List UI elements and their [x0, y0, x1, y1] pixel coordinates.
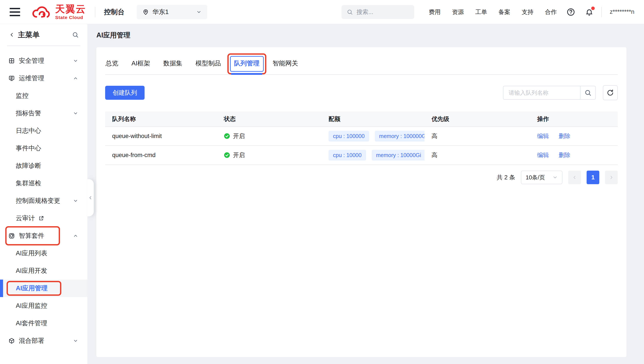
sidebar-item-label: 控制面规格变更 [16, 196, 60, 205]
refresh-icon [606, 89, 614, 96]
action-link-编辑[interactable]: 编辑 [537, 151, 549, 159]
tab-label: 总览 [106, 60, 118, 67]
sidebar-item-智算套件[interactable]: 智算套件 [0, 227, 87, 244]
sidebar-item-故障诊断[interactable]: 故障诊断 [0, 157, 87, 174]
security-icon [8, 46, 15, 46]
tab-总览[interactable]: 总览 [106, 59, 118, 68]
sidebar-item-label: 集群巡检 [16, 179, 41, 188]
tab-label: 数据集 [163, 60, 182, 67]
refresh-button[interactable] [603, 85, 618, 100]
sidebar-item-AI应用监控[interactable]: AI应用监控 [0, 297, 87, 314]
status-text: 开启 [233, 132, 245, 140]
top-nav-item-合作[interactable]: 合作 [545, 8, 557, 16]
brand-name: 天翼云 [55, 4, 86, 14]
sidebar-item-事件中心[interactable]: 事件中心 [0, 140, 87, 157]
search-icon [584, 89, 591, 96]
cloud-logo-icon [31, 5, 52, 19]
top-bar: 天翼云 State Cloud 控制台 华东1 搜索... 费用资源工单备案支持… [0, 0, 644, 24]
main-content: AI应用管理 总览AI框架数据集模型制品队列管理智能网关 创建队列 队列名称状态… [88, 24, 644, 364]
notification-bell-icon[interactable] [585, 8, 593, 16]
chevron-down-icon [73, 58, 78, 64]
status-success-icon [224, 133, 230, 139]
status-badge: 开启 [224, 132, 245, 140]
tab-队列管理[interactable]: 队列管理 [234, 59, 259, 68]
prev-page-button[interactable] [568, 170, 581, 184]
tab-AI框架[interactable]: AI框架 [131, 59, 150, 68]
action-link-删除[interactable]: 删除 [559, 132, 570, 140]
account-name[interactable]: z********n [610, 8, 634, 15]
global-search-input[interactable]: 搜索... [341, 5, 414, 19]
location-pin-icon [142, 9, 149, 15]
top-nav-item-资源[interactable]: 资源 [452, 8, 464, 16]
sidebar-item-云审计[interactable]: 云审计 [0, 210, 87, 227]
sidebar-item-label: 安全管理 [19, 56, 44, 65]
top-nav-item-备案[interactable]: 备案 [498, 8, 510, 16]
action-link-删除[interactable]: 删除 [559, 151, 570, 159]
sidebar-item-日志中心[interactable]: 日志中心 [0, 122, 87, 140]
priority-value: 高 [424, 132, 530, 140]
sidebar-collapse-handle[interactable] [87, 179, 94, 216]
tab-模型制品[interactable]: 模型制品 [195, 59, 221, 68]
chevron-up-icon [73, 76, 78, 81]
sidebar-item-AI应用开发[interactable]: AI应用开发 [0, 262, 87, 280]
top-nav-item-费用[interactable]: 费用 [429, 8, 441, 16]
action-link-编辑[interactable]: 编辑 [537, 132, 549, 140]
column-header-队列名称: 队列名称 [105, 115, 217, 123]
sidebar-search-icon[interactable] [72, 32, 79, 38]
security-icon [8, 58, 15, 64]
sidebar-item-AI应用管理[interactable]: AI应用管理 [0, 280, 87, 297]
tab-数据集[interactable]: 数据集 [163, 59, 182, 68]
status-text: 开启 [233, 151, 245, 159]
global-search-placeholder: 搜索... [356, 8, 373, 16]
queue-search-button[interactable] [580, 86, 595, 99]
notification-badge [591, 6, 595, 10]
queue-search-input[interactable] [503, 86, 580, 99]
chevron-down-icon [73, 338, 78, 344]
divider [601, 7, 602, 17]
sidebar-item-运维管理[interactable]: 运维管理 [0, 70, 87, 87]
total-count-label: 共 2 条 [497, 174, 515, 181]
table-header-row: 队列名称状态配额优先级操作 [105, 112, 618, 126]
sidebar-item-AI应用列表[interactable]: AI应用列表 [0, 244, 87, 262]
sidebar-item-label: 混合部署 [19, 336, 44, 345]
sidebar-item-安全管理[interactable]: 安全管理 [0, 52, 87, 70]
chevron-down-icon [73, 198, 78, 204]
sidebar-item-label: 智算套件 [19, 232, 44, 240]
next-page-button[interactable] [605, 170, 618, 184]
sidebar-item-label: 运维管理 [19, 74, 44, 83]
sidebar-item-混合部署[interactable]: 混合部署 [0, 332, 87, 350]
sidebar-title[interactable]: 主菜单 [18, 30, 40, 40]
sidebar-item-AI套件管理[interactable]: AI套件管理 [0, 314, 87, 332]
region-selector[interactable]: 华东1 [137, 5, 207, 19]
sidebar-item-label: 云审计 [16, 214, 35, 223]
sidebar-item-监控[interactable]: 监控 [0, 87, 87, 104]
page-size-select[interactable]: 10条/页 [521, 170, 562, 184]
column-header-配额: 配额 [322, 115, 424, 123]
sidebar-item-集群巡检[interactable]: 集群巡检 [0, 174, 87, 192]
sidebar-item-label: AI套件管理 [16, 319, 47, 328]
column-header-状态: 状态 [217, 115, 322, 123]
page-1-button[interactable]: 1 [587, 170, 599, 184]
sidebar-clipped-item[interactable]: 插件 [0, 46, 87, 52]
external-link-icon [38, 216, 44, 221]
tab-label: 智能网关 [273, 60, 298, 67]
sidebar-item-指标告警[interactable]: 指标告警 [0, 104, 87, 122]
sidebar-item-label: AI应用列表 [16, 249, 47, 258]
sidebar-item-控制面规格变更[interactable]: 控制面规格变更 [0, 192, 87, 210]
back-chevron-icon[interactable] [9, 32, 15, 38]
create-queue-button[interactable]: 创建队列 [105, 86, 145, 100]
brand-logo[interactable]: 天翼云 State Cloud [31, 4, 86, 20]
sidebar-item-插件[interactable]: 插件 [0, 46, 87, 52]
tab-智能网关[interactable]: 智能网关 [273, 59, 298, 68]
status-success-icon [224, 152, 230, 158]
menu-hamburger-icon[interactable] [10, 8, 20, 16]
pagination: 共 2 条 10条/页 1 [105, 170, 618, 184]
chevron-left-icon [572, 175, 577, 180]
tab-label: 队列管理 [234, 60, 259, 67]
help-icon[interactable] [567, 8, 575, 16]
top-nav-item-工单[interactable]: 工单 [475, 8, 487, 16]
console-link[interactable]: 控制台 [104, 8, 124, 16]
queue-name: queue-from-cmd [105, 152, 217, 158]
top-nav-item-支持[interactable]: 支持 [522, 8, 533, 16]
ops-icon [8, 75, 15, 82]
